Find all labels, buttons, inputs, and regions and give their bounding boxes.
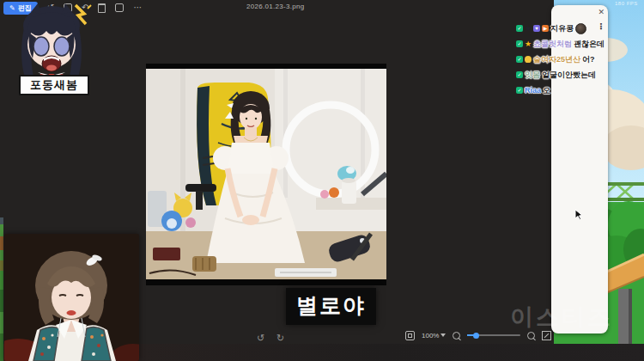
chat-username[interactable]: 잇몸 — [525, 70, 540, 81]
zoom-slider-thumb[interactable] — [473, 333, 479, 339]
gold-star-badge-icon: ★ — [525, 40, 532, 47]
delete-icon[interactable] — [98, 3, 106, 13]
cloud-badge-icon — [525, 56, 532, 63]
undo-icon-floating[interactable]: ↺ — [257, 333, 264, 344]
fps-counter: 180 FPS — [615, 1, 638, 6]
subscriber-badge-icon: ✓ — [516, 56, 523, 63]
star-badge-icon: ★ — [525, 25, 532, 32]
subscriber-badge-icon: ✓ — [516, 25, 523, 32]
zoom-level-value: 100% — [422, 332, 439, 340]
mascot-illustration — [7, 2, 96, 79]
redo-icon-floating[interactable]: ↻ — [276, 333, 284, 344]
chat-message-text: 오 — [543, 85, 550, 96]
zoom-slider[interactable] — [467, 334, 520, 336]
chat-message: ✓ Riaa 오 — [516, 83, 607, 98]
stream-screen: 180 FPS 2026.01.23-3.png ✎ 편집 ↺ ↶ ⋯ — [0, 0, 644, 361]
streamer-webcam-illustration — [4, 234, 139, 361]
subscriber-badge-icon: ✓ — [516, 71, 523, 78]
more-options-icon[interactable]: ⋯ — [133, 3, 142, 13]
subtitle-caption: 별로야 — [286, 288, 376, 325]
chat-username[interactable]: 지유콩 — [550, 23, 574, 34]
chat-username[interactable]: 술여자25년산 — [533, 54, 580, 65]
chat-emote-icon — [575, 23, 586, 34]
chat-message: ✓ 잇몸 얼굴이안빴는데 — [516, 67, 607, 83]
fit-to-window-icon[interactable] — [405, 331, 415, 340]
mascot-name-label: 포동새봄 — [19, 75, 89, 95]
heart-badge-icon: ♥ — [533, 25, 540, 32]
chat-message-list: ✓ ★ ♥ ▶ 지유콩 ✓ ★ 쵸콜릿처럼 괜찮은데 ✓ 술여자25년산 어? … — [516, 21, 607, 98]
subscriber-badge-icon: ✓ — [516, 40, 523, 47]
watermark-text: 이스티즈 — [510, 302, 613, 333]
mouse-cursor — [574, 209, 583, 224]
chat-username[interactable]: 쵸콜릿처럼 — [533, 39, 572, 50]
close-icon[interactable]: ✕ — [598, 8, 605, 16]
mascot-logo: 포동새봄 — [7, 2, 96, 98]
share-icon[interactable] — [115, 3, 124, 12]
chat-username[interactable]: Riaa — [525, 86, 541, 95]
file-title: 2026.01.23-3.png — [246, 3, 305, 10]
left-edge-game-strip — [0, 217, 3, 361]
chat-message-text: 얼굴이안빴는데 — [542, 70, 596, 81]
webcam-overlay — [4, 234, 139, 361]
photo-illustration — [146, 64, 386, 285]
chat-message: ✓ ★ ♥ ▶ 지유콩 — [516, 21, 607, 36]
chat-message: ✓ 술여자25년산 어? — [516, 52, 607, 67]
rocket-badge-icon: ▶ — [542, 25, 549, 32]
zoom-level-dropdown[interactable]: 100% — [422, 331, 446, 340]
subscriber-badge-icon: ✓ — [516, 87, 523, 94]
chat-message: ✓ ★ 쵸콜릿처럼 괜찮은데 — [516, 36, 607, 52]
chevron-down-icon — [440, 333, 446, 340]
chat-message-text: 어? — [582, 54, 595, 65]
photo-canvas — [146, 64, 386, 285]
chat-message-text: 괜찮은데 — [574, 39, 605, 50]
zoom-out-icon[interactable] — [453, 332, 460, 340]
